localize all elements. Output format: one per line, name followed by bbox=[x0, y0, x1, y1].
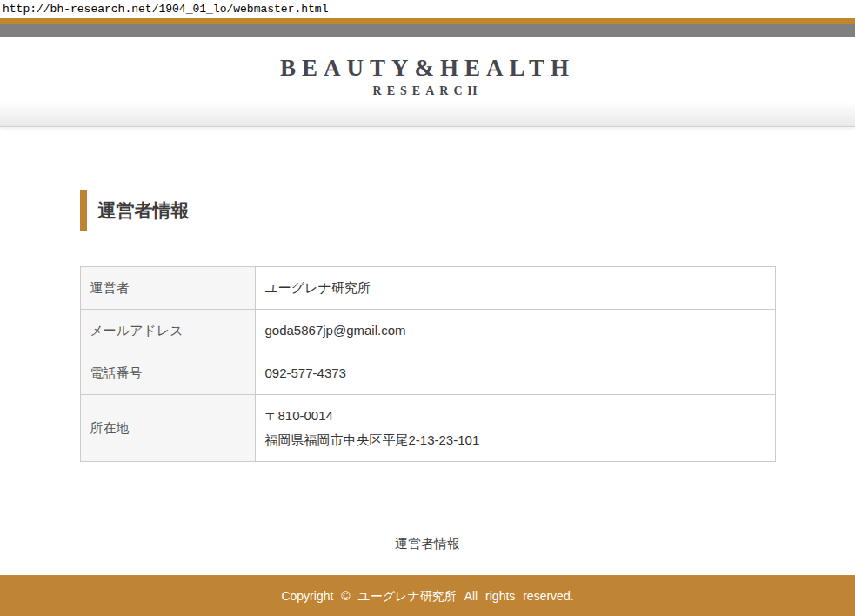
row-value-address: 〒810-0014 福岡県福岡市中央区平尾2-13-23-101 bbox=[255, 395, 775, 462]
row-label-operator: 運営者 bbox=[80, 267, 255, 310]
main-content: 運営者情報 運営者 ユーグレナ研究所 メールアドレス goda5867jp@gm… bbox=[80, 190, 776, 462]
site-header: BEAUTY&HEALTH RESEARCH bbox=[0, 37, 855, 127]
footer-nav-link-operator-info[interactable]: 運営者情報 bbox=[395, 536, 460, 551]
site-logo: BEAUTY&HEALTH RESEARCH bbox=[0, 55, 855, 98]
table-row: 所在地 〒810-0014 福岡県福岡市中央区平尾2-13-23-101 bbox=[80, 395, 775, 462]
copyright-text: Copyright © ユーグレナ研究所 All rights reserved… bbox=[281, 589, 573, 603]
page-title: 運営者情報 bbox=[80, 190, 776, 231]
url-bar: http://bh-research.net/1904_01_lo/webmas… bbox=[0, 0, 855, 18]
value-line-postal: 〒810-0014 bbox=[265, 404, 766, 428]
row-label-address: 所在地 bbox=[80, 395, 255, 462]
row-label-phone: 電話番号 bbox=[80, 352, 255, 395]
row-value-phone: 092-577-4373 bbox=[255, 352, 775, 395]
top-accent-stripe bbox=[0, 18, 855, 24]
value-line: goda5867jp@gmail.com bbox=[265, 318, 766, 343]
footer-nav: 運営者情報 bbox=[0, 536, 855, 552]
table-row: 電話番号 092-577-4373 bbox=[80, 352, 775, 395]
logo-title: BEAUTY&HEALTH bbox=[0, 55, 855, 82]
value-line: ユーグレナ研究所 bbox=[265, 276, 766, 300]
value-line-street: 福岡県福岡市中央区平尾2-13-23-101 bbox=[265, 428, 766, 452]
operator-info-table: 運営者 ユーグレナ研究所 メールアドレス goda5867jp@gmail.co… bbox=[80, 266, 776, 462]
value-line: 092-577-4373 bbox=[265, 361, 766, 385]
row-value-email: goda5867jp@gmail.com bbox=[255, 310, 775, 352]
row-label-email: メールアドレス bbox=[80, 310, 255, 352]
logo-subtitle: RESEARCH bbox=[0, 84, 855, 98]
url-text: http://bh-research.net/1904_01_lo/webmas… bbox=[3, 3, 328, 16]
table-row: 運営者 ユーグレナ研究所 bbox=[80, 267, 775, 310]
table-row: メールアドレス goda5867jp@gmail.com bbox=[80, 310, 775, 352]
row-value-operator: ユーグレナ研究所 bbox=[255, 267, 775, 310]
copyright-bar: Copyright © ユーグレナ研究所 All rights reserved… bbox=[0, 575, 855, 616]
top-gray-bar bbox=[0, 24, 855, 37]
